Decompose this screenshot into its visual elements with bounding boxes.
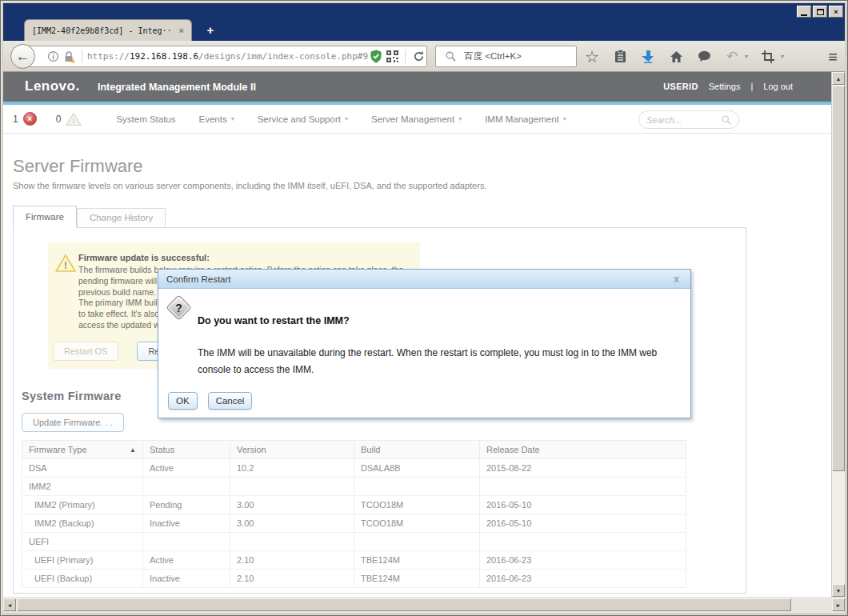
warning-badge-icon[interactable]: !	[66, 112, 82, 126]
tab-close-icon[interactable]: ×	[179, 26, 184, 35]
table-row[interactable]: UEFI (Backup)Inactive2.10TBE124M2016-06-…	[22, 570, 686, 588]
chevron-down-icon: ▾	[458, 115, 462, 122]
table-row[interactable]: UEFI	[22, 533, 686, 551]
cell-type: IMM2	[22, 478, 143, 496]
error-count[interactable]: 1	[13, 114, 18, 125]
close-icon: ×	[834, 8, 838, 16]
site-info-icon[interactable]	[45, 49, 61, 65]
horizontal-scrollbar[interactable]: ◄ ►	[3, 597, 845, 613]
error-badge-icon[interactable]: ×	[23, 112, 37, 126]
imm-search-box[interactable]: Search...	[638, 110, 739, 129]
shield-check-icon[interactable]	[368, 49, 384, 65]
chevron-down-icon: ▾	[231, 115, 234, 122]
minimize-button[interactable]	[797, 6, 811, 18]
url-bar[interactable]: https://192.168.198.6/designs/imm/index-…	[23, 46, 427, 67]
table-row[interactable]: IMM2 (Primary)Pending3.00TCOO18M2016-05-…	[22, 496, 686, 514]
tab-change-history[interactable]: Change History	[77, 208, 166, 227]
col-firmware-type[interactable]: Firmware Type▲	[22, 441, 143, 459]
ok-button[interactable]: OK	[168, 392, 198, 410]
firmware-table: Firmware Type▲ Status Version Build Rele…	[22, 440, 686, 588]
cell-build: TCOO18M	[354, 496, 480, 514]
refresh-icon[interactable]	[410, 49, 426, 65]
nav-service-support[interactable]: Service and Support▾	[258, 114, 348, 124]
col-version[interactable]: Version	[230, 441, 354, 459]
cancel-button[interactable]: Cancel	[208, 392, 253, 410]
screenshot-crop-icon[interactable]	[760, 49, 776, 65]
crop-dropdown-caret[interactable]: ▾	[781, 53, 784, 60]
vertical-scroll-thumb[interactable]	[832, 86, 845, 471]
tab-firmware[interactable]: Firmware	[13, 206, 77, 228]
chevron-down-icon: ▾	[345, 115, 348, 122]
browser-search-box[interactable]: 百度 <Ctrl+K>	[435, 46, 577, 67]
header-user-area: USERID Settings | Log out	[663, 82, 793, 91]
scroll-left-button[interactable]: ◄	[3, 598, 16, 611]
search-icon	[722, 115, 731, 125]
dialog-title: Confirm Restart	[166, 274, 670, 284]
dialog-close-icon[interactable]: x	[670, 274, 682, 285]
nav-system-status[interactable]: System Status	[116, 114, 175, 124]
url-text[interactable]: https://192.168.198.6/designs/imm/index-…	[87, 51, 368, 62]
chat-icon[interactable]	[696, 49, 712, 65]
toolbar-icon-group: ☆ ↶ ▾ ▾	[584, 46, 784, 67]
col-release-date[interactable]: Release Date	[480, 441, 686, 459]
reading-list-icon[interactable]	[612, 49, 628, 65]
settings-link[interactable]: Settings	[709, 82, 741, 91]
warning-triangle-icon: !	[55, 254, 76, 273]
page-subtitle: Show the firmware levels on various serv…	[13, 181, 831, 190]
browser-tab[interactable]: [IMM2-40f2e9b8f3cd] - Integ·· ×	[24, 19, 192, 41]
vertical-scrollbar[interactable]: ▲ ▼	[831, 72, 845, 597]
maximize-button[interactable]	[813, 6, 827, 18]
undo-dropdown-caret[interactable]: ▾	[745, 53, 748, 60]
lock-warning-icon[interactable]	[61, 49, 77, 65]
logout-link[interactable]: Log out	[763, 82, 793, 91]
url-host: 192.168.198.6	[130, 51, 198, 62]
cell-status: Active	[143, 551, 230, 570]
scroll-right-button[interactable]: ►	[832, 598, 845, 611]
new-tab-button[interactable]: +	[200, 23, 221, 37]
table-row[interactable]: DSAActive10.2DSALA8B2015-08-22	[22, 459, 686, 478]
dialog-titlebar[interactable]: Confirm Restart x	[158, 270, 690, 289]
cell-version: 2.10	[230, 551, 354, 570]
dialog-body-text: The IMM will be unavailable during the r…	[198, 345, 684, 378]
cell-date: 2016-06-23	[480, 551, 686, 570]
restart-os-button[interactable]: Restart OS	[53, 342, 118, 361]
chevron-down-icon: ▾	[563, 115, 566, 122]
download-icon[interactable]	[640, 49, 656, 65]
home-icon[interactable]	[668, 49, 684, 65]
question-mark: ?	[170, 299, 187, 316]
col-status[interactable]: Status	[143, 441, 230, 459]
warning-count[interactable]: 0	[56, 114, 62, 125]
bookmark-star-icon[interactable]: ☆	[584, 49, 600, 65]
browser-search-placeholder: 百度 <Ctrl+K>	[464, 50, 522, 62]
scroll-up-button[interactable]: ▲	[832, 72, 845, 85]
cell-version	[230, 478, 354, 496]
tab-bar: Firmware Change History	[13, 206, 831, 227]
horizontal-scroll-thumb[interactable]	[17, 598, 791, 611]
svg-text:!: !	[73, 117, 75, 125]
nav-server-management[interactable]: Server Management▾	[371, 114, 462, 124]
menu-icon[interactable]: ≡	[828, 48, 837, 66]
browser-window: × [IMM2-40f2e9b8f3cd] - Integ·· × + ← ht…	[0, 0, 848, 616]
imm-search-placeholder: Search...	[646, 115, 682, 125]
alert-title: Firmware update is successful:	[78, 253, 210, 262]
url-scheme: https://	[87, 51, 130, 62]
close-button[interactable]: ×	[829, 6, 843, 18]
qr-code-icon[interactable]	[384, 49, 400, 65]
cell-status	[143, 478, 230, 496]
col-build[interactable]: Build	[354, 441, 480, 459]
cell-type: UEFI (Backup)	[22, 570, 143, 588]
browser-toolbar: ← https://192.168.198.6/designs/imm/inde…	[3, 41, 845, 72]
table-row[interactable]: IMM2 (Backup)Inactive3.00TCOO18M2016-05-…	[22, 514, 686, 533]
window-titlebar: × [IMM2-40f2e9b8f3cd] - Integ·· × +	[3, 3, 845, 41]
column-label: Firmware Type	[29, 445, 87, 454]
cell-type: UEFI (Primary)	[22, 551, 143, 570]
table-row[interactable]: IMM2	[22, 478, 686, 496]
back-button[interactable]: ←	[10, 44, 35, 69]
undo-icon[interactable]: ↶	[724, 49, 740, 65]
scroll-down-button[interactable]: ▼	[832, 584, 845, 597]
update-firmware-button[interactable]: Update Firmware. . .	[22, 413, 124, 432]
dialog-heading: Do you want to restart the IMM?	[198, 315, 350, 326]
table-row[interactable]: UEFI (Primary)Active2.10TBE124M2016-06-2…	[22, 551, 686, 570]
nav-events[interactable]: Events▾	[199, 114, 234, 124]
nav-imm-management[interactable]: IMM Management▾	[485, 114, 566, 124]
